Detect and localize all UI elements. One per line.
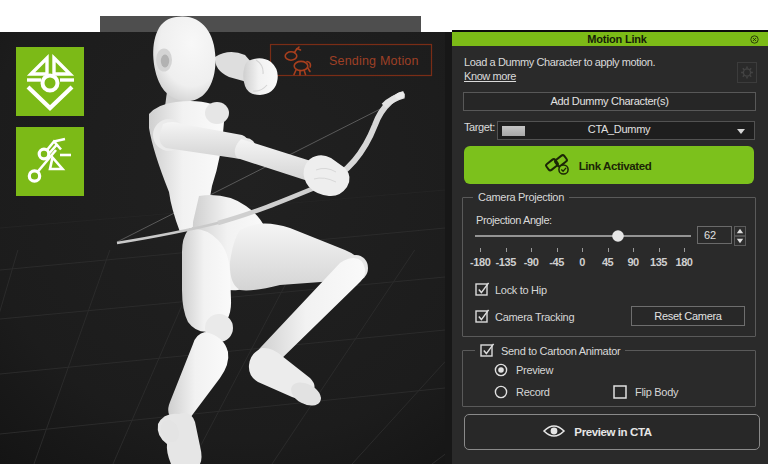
svg-text:Sending Motion: Sending Motion xyxy=(329,54,419,68)
